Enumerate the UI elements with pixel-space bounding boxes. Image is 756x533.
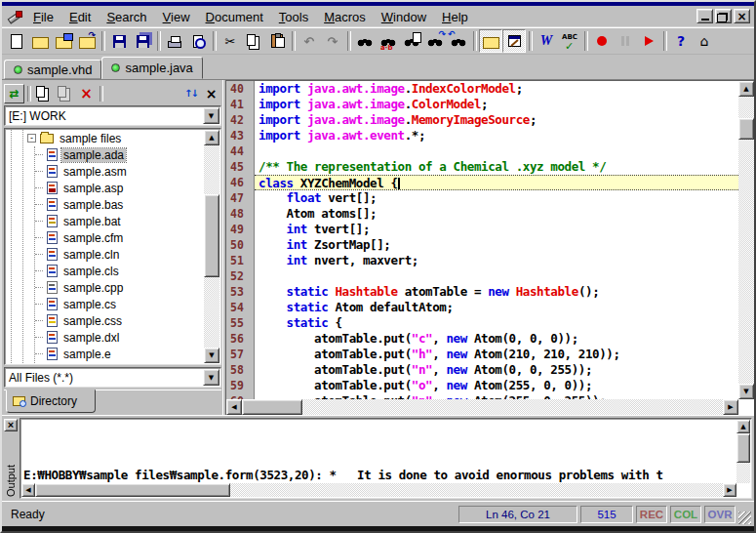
code-line[interactable]: 47 float vert[];: [226, 190, 738, 206]
output-horizontal-scrollbar[interactable]: ◀ ▶: [21, 483, 736, 497]
minimize-button[interactable]: [696, 9, 713, 23]
close-output-button[interactable]: ×: [4, 419, 18, 431]
code-line[interactable]: 56 atomTable.put("c", new Atom(0, 0, 0))…: [226, 331, 738, 347]
code-line[interactable]: 49 int tvert[];: [226, 222, 738, 237]
copy-file-path-button[interactable]: [55, 84, 75, 103]
menu-file[interactable]: File: [25, 7, 61, 26]
replace-button[interactable]: [377, 29, 400, 53]
menu-help[interactable]: Help: [434, 7, 476, 26]
close-directory-window-button[interactable]: [201, 84, 221, 103]
restore-button[interactable]: [715, 9, 732, 23]
collapse-icon[interactable]: -: [27, 134, 36, 143]
tree-file-sample.cs[interactable]: sample.cs: [6, 296, 204, 312]
code-line[interactable]: 43 import java.awt.event.*;: [226, 128, 738, 144]
record-mode-indicator[interactable]: REC: [636, 506, 667, 523]
menu-document[interactable]: Document: [198, 7, 271, 26]
scroll-thumb[interactable]: [736, 433, 750, 463]
tree-file-sample.edf[interactable]: sample.edf: [6, 362, 204, 363]
tab-directory[interactable]: Directory: [6, 390, 96, 413]
undo-button[interactable]: [298, 29, 321, 53]
refresh-directory-button[interactable]: [180, 84, 201, 103]
record-macro-button[interactable]: [590, 29, 614, 53]
code-line[interactable]: 41 import java.awt.image.ColorModel;: [226, 97, 738, 112]
spell-check-button[interactable]: [558, 29, 581, 53]
scroll-thumb[interactable]: [35, 483, 230, 497]
code-line[interactable]: 45 /** The representation of a Chemical …: [226, 159, 738, 175]
column-mode-indicator[interactable]: COL: [670, 506, 701, 523]
scroll-thumb[interactable]: [242, 399, 302, 415]
tree-file-sample.asp[interactable]: sample.asp: [6, 180, 204, 196]
scroll-right-button[interactable]: ▶: [723, 483, 736, 497]
filter-dropdown-button[interactable]: ▼: [203, 369, 219, 386]
home-button[interactable]: [693, 29, 716, 53]
toggle-directory-window-button[interactable]: [479, 29, 502, 53]
code-line[interactable]: 58 atomTable.put("n", new Atom(0, 0, 255…: [226, 362, 738, 378]
delete-file-button[interactable]: [76, 84, 97, 103]
save-all-button[interactable]: [131, 29, 154, 53]
tree-file-sample.cpp[interactable]: sample.cpp: [6, 279, 204, 296]
new-file-button[interactable]: [5, 29, 28, 53]
overwrite-mode-indicator[interactable]: OVR: [704, 506, 736, 523]
separator-button[interactable]: [289, 29, 298, 53]
file-tree[interactable]: - sample files sample.ada: [4, 128, 221, 365]
find-prev-button[interactable]: [447, 29, 470, 53]
scroll-down-button[interactable]: ▼: [204, 348, 219, 363]
save-button[interactable]: [107, 29, 131, 53]
separator-button[interactable]: [98, 84, 104, 103]
code-line[interactable]: 42 import java.awt.image.MemoryImageSour…: [226, 112, 738, 128]
code-line[interactable]: 55 static {: [226, 315, 738, 331]
code-line[interactable]: 40 import java.awt.image.IndexColorModel…: [226, 81, 738, 97]
scroll-down-button[interactable]: ▼: [738, 384, 754, 399]
scroll-right-button[interactable]: ▶: [723, 399, 738, 415]
separator-button[interactable]: [660, 29, 669, 53]
tree-file-sample.e[interactable]: sample.e: [6, 346, 204, 362]
help-button[interactable]: [669, 29, 693, 53]
tree-file-sample.asm[interactable]: sample.asm: [6, 163, 204, 180]
code-line[interactable]: 51 int nvert, maxvert;: [226, 253, 738, 268]
code-line[interactable]: 48 Atom atoms[];: [226, 206, 738, 222]
remote-open-button[interactable]: [52, 29, 75, 53]
code-line[interactable]: 52: [226, 268, 738, 284]
menu-tools[interactable]: Tools: [271, 7, 316, 26]
separator-button[interactable]: [99, 29, 107, 53]
redo-button[interactable]: [321, 29, 344, 53]
code-line[interactable]: 46 class XYZChemModel {: [226, 175, 738, 190]
find-next-button[interactable]: [423, 29, 447, 53]
toggle-output-window-button[interactable]: [502, 29, 526, 53]
tree-file-sample.cfm[interactable]: sample.cfm: [6, 229, 204, 246]
code-line[interactable]: 57 atomTable.put("h", new Atom(210, 210,…: [226, 347, 738, 362]
separator-button[interactable]: [210, 29, 219, 53]
print-button[interactable]: [163, 29, 186, 53]
output-vertical-scrollbar[interactable]: ▲: [736, 420, 750, 483]
scroll-left-button[interactable]: ◀: [226, 399, 242, 415]
print-preview-button[interactable]: [186, 29, 210, 53]
scroll-thumb[interactable]: [738, 118, 754, 140]
scroll-up-button[interactable]: ▲: [204, 130, 219, 145]
tree-file-sample.cln[interactable]: sample.cln: [6, 246, 204, 263]
close-window-button[interactable]: ×: [734, 9, 750, 23]
cut-button[interactable]: [219, 29, 242, 53]
find-in-files-button[interactable]: [400, 29, 423, 53]
separator-button[interactable]: [526, 29, 535, 53]
menu-window[interactable]: Window: [374, 7, 434, 26]
tab-sample.java[interactable]: sample.java: [101, 57, 202, 79]
code-line[interactable]: 54 static Atom defaultAtom;: [226, 300, 738, 315]
scroll-up-button[interactable]: ▲: [736, 420, 750, 433]
scroll-up-button[interactable]: ▲: [738, 81, 754, 97]
tab-sample.vhd[interactable]: sample.vhd: [4, 60, 101, 79]
menu-macros[interactable]: Macros: [316, 7, 374, 26]
find-button[interactable]: [353, 29, 377, 53]
document-system-icon[interactable]: [6, 9, 23, 24]
drive-dropdown-button[interactable]: ▼: [203, 107, 219, 124]
menu-search[interactable]: Search: [99, 7, 154, 26]
code-line[interactable]: 53 static Hashtable atomTable = new Hash…: [226, 284, 738, 300]
reload-file-button[interactable]: [75, 29, 99, 53]
tree-file-sample.cls[interactable]: sample.cls: [6, 263, 204, 279]
tree-file-sample.ada[interactable]: sample.ada: [6, 146, 204, 163]
menu-view[interactable]: View: [155, 7, 198, 26]
separator-button[interactable]: [154, 29, 163, 53]
separator-button[interactable]: [25, 84, 32, 103]
tree-file-sample.bat[interactable]: sample.bat: [6, 213, 204, 229]
word-wrap-button[interactable]: [535, 29, 558, 53]
code-line[interactable]: 44: [226, 144, 738, 159]
